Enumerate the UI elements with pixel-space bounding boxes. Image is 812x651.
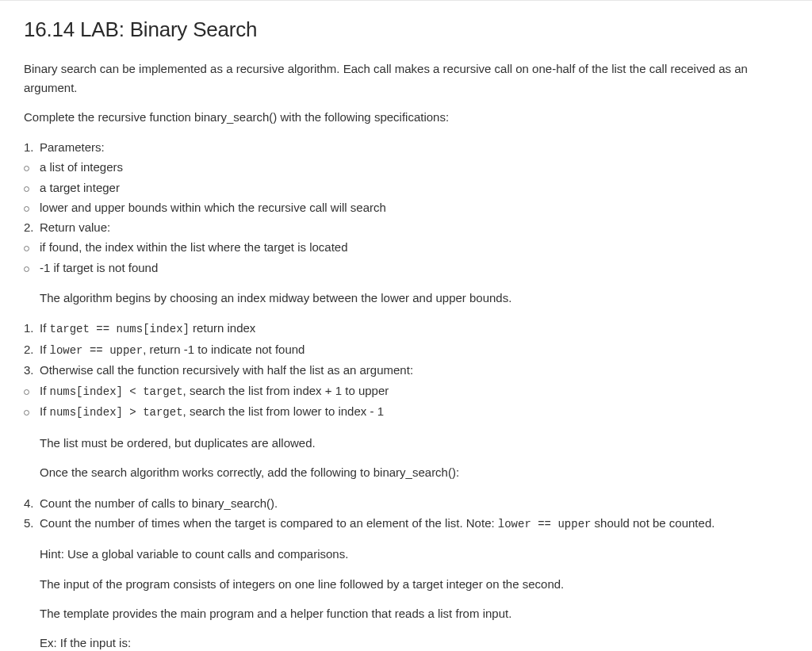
list-item-text: a target integer — [40, 178, 788, 197]
number-marker: 1. — [24, 319, 35, 337]
number-marker: 4. — [24, 494, 35, 512]
list-item-text: lower and upper bounds within which the … — [40, 198, 788, 216]
algorithm-list: 1.If target == nums[index] return index2… — [24, 318, 788, 423]
list-item-text: If nums[index] > target, search the list… — [40, 402, 788, 422]
once-working-paragraph: Once the search algorithm works correctl… — [40, 463, 788, 481]
list-item: 2.If lower == upper, return -1 to indica… — [24, 339, 788, 361]
list-item: 3.Otherwise call the function recursivel… — [24, 360, 788, 380]
list-item-text: Parameters: — [40, 138, 788, 156]
specifications-list: 1.Parameters:a list of integersa target … — [24, 137, 788, 278]
list-item-text: If lower == upper, return -1 to indicate… — [40, 340, 788, 360]
number-marker: 2. — [24, 218, 35, 236]
number-marker: 3. — [24, 361, 35, 379]
list-item-text: a list of integers — [40, 158, 788, 176]
number-marker: 5. — [24, 514, 35, 532]
bullet-marker — [24, 158, 35, 176]
hint-paragraph: Hint: Use a global variable to count cal… — [40, 545, 788, 563]
count-list: 4.Count the number of calls to binary_se… — [24, 493, 788, 534]
list-item-text: Count the number of times when the targe… — [40, 514, 788, 534]
list-item-text: Return value: — [40, 218, 788, 236]
list-item: If nums[index] < target, search the list… — [24, 381, 788, 402]
bullet-marker — [24, 198, 35, 216]
input-description: The input of the program consists of int… — [40, 575, 788, 593]
number-marker: 1. — [24, 138, 35, 156]
list-item: 2.Return value: — [24, 217, 788, 237]
algorithm-intro: The algorithm begins by choosing an inde… — [40, 289, 788, 307]
list-item: if found, the index within the list wher… — [24, 237, 788, 257]
bullet-marker — [24, 402, 35, 420]
list-item-text: -1 if target is not found — [40, 258, 788, 277]
list-item: lower and upper bounds within which the … — [24, 197, 788, 217]
page-title: 16.14 LAB: Binary Search — [24, 13, 788, 45]
list-item: a target integer — [24, 178, 788, 197]
list-item-text: If target == nums[index] return index — [40, 319, 788, 339]
intro-paragraph-2: Complete the recursive function binary_s… — [24, 108, 788, 126]
list-item: -1 if target is not found — [24, 258, 788, 278]
list-item: 1.Parameters: — [24, 137, 788, 157]
bullet-marker — [24, 381, 35, 400]
bullet-marker — [24, 258, 35, 277]
list-item: a list of integers — [24, 157, 788, 177]
list-item: If nums[index] > target, search the list… — [24, 401, 788, 423]
bullet-marker — [24, 238, 35, 256]
number-marker: 2. — [24, 340, 35, 358]
list-item-text: if found, the index within the list wher… — [40, 238, 788, 256]
list-item: 4.Count the number of calls to binary_se… — [24, 493, 788, 513]
template-description: The template provides the main program a… — [40, 604, 788, 622]
list-item: 5.Count the number of times when the tar… — [24, 513, 788, 534]
list-item-text: If nums[index] < target, search the list… — [40, 381, 788, 401]
list-item-text: Count the number of calls to binary_sear… — [40, 494, 788, 512]
list-item: 1.If target == nums[index] return index — [24, 318, 788, 339]
bullet-marker — [24, 178, 35, 197]
ordering-note: The list must be ordered, but duplicates… — [40, 434, 788, 452]
example-label: Ex: If the input is: — [40, 634, 788, 651]
intro-paragraph-1: Binary search can be implemented as a re… — [24, 59, 788, 97]
list-item-text: Otherwise call the function recursively … — [40, 361, 788, 379]
